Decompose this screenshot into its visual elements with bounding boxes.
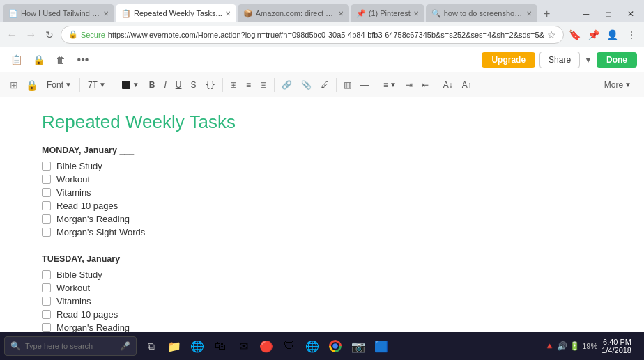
- en-icon-more[interactable]: •••: [74, 51, 92, 69]
- code-button[interactable]: {}: [201, 78, 218, 92]
- numbered-button[interactable]: ⊟: [256, 78, 270, 92]
- checkbox-tuesday-1[interactable]: [42, 270, 51, 279]
- checkbox-tuesday-2[interactable]: [42, 283, 51, 292]
- en-icon-delete[interactable]: 🗑: [52, 51, 70, 69]
- window-minimize-button[interactable]: ─: [576, 6, 597, 22]
- indent-decrease-button[interactable]: ⇤: [418, 78, 432, 92]
- color-dropdown-icon[interactable]: ▼: [132, 81, 139, 88]
- checkbox-monday-2[interactable]: [42, 175, 51, 184]
- tab-close-4[interactable]: ✕: [413, 10, 419, 17]
- file-explorer-icon[interactable]: 📁: [163, 335, 185, 357]
- highlight-button[interactable]: 🖊: [317, 78, 332, 92]
- new-tab-button[interactable]: +: [539, 6, 555, 22]
- tab-repeated[interactable]: 📋 Repeated Weekly Tasks... ✕: [116, 4, 236, 22]
- network-icon[interactable]: 🔺: [544, 341, 555, 351]
- bullets-button[interactable]: ≡: [243, 78, 254, 92]
- store-icon[interactable]: 🛍: [209, 335, 231, 357]
- checkbox-monday-1[interactable]: [42, 162, 51, 171]
- checkbox-monday-5[interactable]: [42, 214, 51, 224]
- checkbox-monday-3[interactable]: [42, 188, 51, 197]
- checkbox-tuesday-4[interactable]: [42, 310, 51, 319]
- window-close-button[interactable]: ✕: [620, 6, 641, 22]
- list-item: Workout: [42, 173, 602, 186]
- list-item: Bible Study: [42, 268, 602, 281]
- indent-icon[interactable]: ⊞: [7, 77, 21, 93]
- italic-button[interactable]: I: [160, 78, 169, 92]
- tab-favicon-3: 📦: [243, 9, 253, 18]
- tab-close-2[interactable]: ✕: [225, 10, 231, 17]
- list-item: Workout: [42, 281, 602, 295]
- underline-button[interactable]: U: [172, 78, 185, 92]
- tab-amazon[interactable]: 📦 Amazon.com: direct tv... ✕: [238, 4, 349, 22]
- et-separator-5: [336, 78, 337, 92]
- upgrade-button[interactable]: Upgrade: [482, 52, 535, 68]
- color-picker[interactable]: ▼: [118, 79, 144, 91]
- indent-increase-button[interactable]: ⇥: [402, 78, 416, 92]
- attachment-button[interactable]: 📎: [298, 78, 315, 92]
- tab-how-i-used[interactable]: 📄 How I Used Tailwind to... ✕: [3, 4, 114, 22]
- chrome-app-icon[interactable]: [324, 335, 346, 357]
- ext-icon-2[interactable]: 📌: [585, 26, 602, 43]
- red-app-icon[interactable]: 🔴: [255, 335, 277, 357]
- speaker-icon[interactable]: 🔊: [557, 341, 567, 351]
- attachment-icon[interactable]: 🔒: [23, 77, 40, 93]
- ext-icon-3[interactable]: 👤: [604, 26, 621, 43]
- task-view-icon[interactable]: ⧉: [140, 335, 162, 357]
- bold-button[interactable]: B: [146, 78, 159, 92]
- more-button[interactable]: More ▼: [599, 78, 637, 92]
- checkbox-monday-6[interactable]: [42, 228, 51, 237]
- subscript-button[interactable]: A↓: [440, 78, 457, 92]
- task-label: Vitamins: [56, 296, 91, 306]
- share-button[interactable]: Share: [539, 52, 580, 68]
- shield-app-icon[interactable]: 🛡: [278, 335, 300, 357]
- done-button[interactable]: Done: [597, 52, 637, 68]
- address-bar[interactable]: 🔒 Secure https://www.evernote.com/Home.a…: [61, 26, 564, 44]
- checkbox-tuesday-3[interactable]: [42, 297, 51, 306]
- checkbox-tuesday-5[interactable]: [42, 323, 51, 332]
- ext-icon-1[interactable]: 🔖: [567, 26, 583, 43]
- checkbox-monday-4[interactable]: [42, 201, 51, 210]
- font-size-dropdown-icon[interactable]: ▼: [99, 81, 106, 88]
- browser-app-icon[interactable]: 🌐: [301, 335, 323, 357]
- tab-pinterest[interactable]: 📌 (1) Pinterest ✕: [351, 4, 424, 22]
- more-dropdown-icon[interactable]: ▼: [624, 81, 631, 88]
- en-icon-lock[interactable]: 🔒: [29, 51, 47, 69]
- table-button[interactable]: ⊞: [227, 78, 240, 92]
- blue-app-icon[interactable]: 🟦: [370, 335, 392, 357]
- tab-title-5: how to do screenshot o...: [444, 9, 523, 17]
- superscript-button[interactable]: A↑: [459, 78, 475, 92]
- tab-close-1[interactable]: ✕: [103, 10, 109, 17]
- taskbar-clock[interactable]: 6:40 PM 1/4/2018: [601, 338, 631, 354]
- battery-icon[interactable]: 🔋: [569, 341, 580, 351]
- align-button[interactable]: ≡▼: [380, 78, 400, 92]
- font-selector[interactable]: Font ▼: [43, 78, 76, 92]
- taskbar-search-input[interactable]: [25, 342, 116, 350]
- mail-icon[interactable]: ✉: [232, 335, 254, 357]
- edge-icon[interactable]: 🌐: [186, 335, 208, 357]
- forward-button[interactable]: →: [23, 25, 39, 45]
- list-item: Vitamins: [42, 295, 602, 308]
- et-separator-4: [274, 78, 275, 92]
- camera-app-icon[interactable]: 📷: [347, 335, 369, 357]
- share-dropdown-icon[interactable]: ▼: [584, 55, 592, 65]
- font-size-selector[interactable]: 7T ▼: [84, 78, 110, 92]
- tab-screenshot[interactable]: 🔍 how to do screenshot o... ✕: [426, 4, 537, 22]
- show-desktop-button[interactable]: [636, 335, 640, 357]
- refresh-button[interactable]: ↻: [42, 25, 58, 45]
- strikethrough-button[interactable]: S: [187, 78, 199, 92]
- font-dropdown-icon[interactable]: ▼: [65, 81, 72, 88]
- window-maximize-button[interactable]: □: [598, 6, 619, 22]
- tab-close-5[interactable]: ✕: [526, 10, 532, 17]
- tab-close-3[interactable]: ✕: [338, 10, 344, 17]
- tab-bar: 📄 How I Used Tailwind to... ✕ 📋 Repeated…: [0, 0, 644, 22]
- settings-icon[interactable]: ⋮: [623, 26, 640, 43]
- rule-button[interactable]: —: [357, 78, 372, 92]
- en-icon-note[interactable]: 📋: [7, 51, 25, 69]
- evernote-top-toolbar: 📋 🔒 🗑 ••• Upgrade Share ▼ Done: [0, 47, 644, 72]
- back-button[interactable]: ←: [4, 25, 20, 45]
- layout-button[interactable]: ▥: [340, 78, 355, 92]
- bookmark-star-icon[interactable]: ☆: [547, 29, 556, 40]
- link-button[interactable]: 🔗: [278, 78, 296, 92]
- nav-bar: ← → ↻ 🔒 Secure https://www.evernote.com/…: [0, 22, 644, 47]
- taskbar-search-box[interactable]: 🔍 🎤: [4, 336, 137, 356]
